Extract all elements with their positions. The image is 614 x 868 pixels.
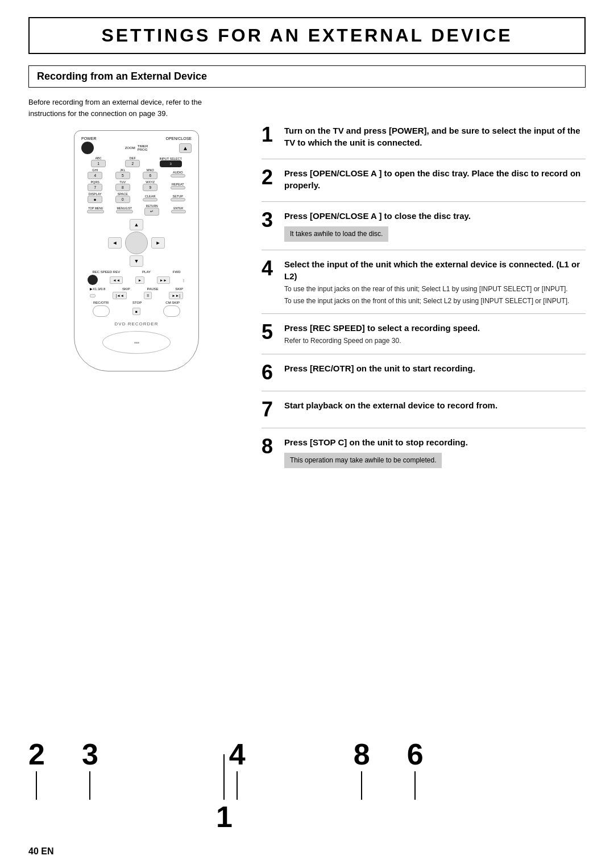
btn-8[interactable]: 8 [115, 184, 130, 191]
step-2-number: 2 [262, 167, 277, 193]
skip-label-row: ▶X1.3/0.8 SKIP PAUSE SKIP [81, 287, 192, 291]
pause-button[interactable]: II [144, 292, 152, 299]
step-5-text: Press [REC SPEED] to select a recording … [284, 322, 586, 334]
rev-button[interactable]: ◄◄ [110, 276, 123, 284]
callout-8-line [361, 771, 362, 800]
openclose-label: OPEN/CLOSE [165, 137, 192, 140]
skip-fwd-button[interactable]: ►►| [169, 292, 183, 299]
remote-bottom-oval [102, 331, 171, 354]
display-button[interactable]: ■ [88, 196, 102, 203]
step-8-notebox: This operation may take awhile to be com… [284, 453, 442, 468]
rec-speed-label: REC SPEED REV [92, 270, 120, 274]
nav-center-button[interactable] [125, 232, 148, 254]
step-2-text: Press [OPEN/CLOSE A ] to open the disc t… [284, 167, 586, 191]
nav-left-button[interactable]: ◄ [108, 237, 122, 249]
step-1-number: 1 [262, 125, 277, 151]
display-label: DISPLAY [88, 192, 102, 196]
step-3: 3 Press [OPEN/CLOSE A ] to close the dis… [262, 210, 586, 250]
recotr-label: REC/OTR [93, 301, 109, 304]
power-label: POWER [81, 137, 96, 140]
recotr-label-row: REC/OTR STOP CM SKIP [81, 301, 192, 304]
step-2-content: Press [OPEN/CLOSE A ] to open the disc t… [284, 167, 586, 193]
step-7: 7 Start playback on the external device … [262, 399, 586, 428]
fwd-label: FWD [173, 270, 181, 274]
remote-top-labels: POWER OPEN/CLOSE [81, 137, 192, 140]
step-6: 6 Press [REC/OTR] on the unit to start r… [262, 362, 586, 391]
btn-6[interactable]: 6 [143, 172, 157, 179]
step-3-notebox: It takes awhile to load the disc. [284, 226, 388, 242]
callout-3-num: 3 [82, 737, 98, 771]
callout-1-num: 1 [216, 800, 233, 834]
dots-right: ⋮ [182, 278, 185, 282]
intro-text: Before recording from an external device… [28, 97, 233, 119]
step-6-content: Press [REC/OTR] on the unit to start rec… [284, 362, 586, 383]
step-8-content: Press [STOP C] on the unit to stop recor… [284, 436, 586, 468]
section-header: Recording from an External Device [28, 65, 586, 88]
timer-label: TIMERPROG [138, 144, 148, 151]
nav-down-button[interactable]: ▼ [130, 255, 143, 267]
recotr-button[interactable] [93, 305, 110, 317]
topmenu-button[interactable] [87, 210, 104, 213]
repeat-button[interactable] [171, 186, 185, 189]
btn-9[interactable]: 9 [143, 184, 157, 191]
btn-4[interactable]: 4 [88, 172, 102, 179]
input-select-button[interactable]: 3 [160, 160, 182, 167]
space-label: SPACE [115, 192, 130, 196]
step-1-text: Turn on the TV and press [POWER], and be… [284, 125, 586, 148]
callout-1-line [223, 754, 225, 800]
step-4-note2: To use the input jacks on the front of t… [284, 296, 586, 306]
recotr-row: ■ [81, 305, 192, 317]
callout-2: 2 [28, 737, 45, 800]
playback-label-row: REC SPEED REV PLAY FWD [81, 270, 192, 274]
rec-speed-button[interactable] [88, 275, 98, 285]
skip-back-button[interactable]: |◄◄ [113, 292, 127, 299]
page-footer: 40 EN [28, 846, 53, 857]
setup-button[interactable] [171, 198, 185, 201]
step-3-content: Press [OPEN/CLOSE A ] to close the disc … [284, 210, 586, 242]
remote-control: POWER OPEN/CLOSE ZOOM TIMERPROG ▲ [74, 130, 199, 371]
skip-back-label: SKIP [122, 287, 130, 291]
input-select-label: INPUT SELECT [160, 157, 182, 160]
step-5-content: Press [REC SPEED] to select a recording … [284, 322, 586, 346]
power-openclose-row: ZOOM TIMERPROG ▲ [81, 142, 192, 154]
callout-3: 3 [82, 737, 98, 800]
space-button[interactable]: 0 [115, 196, 130, 203]
nav-up-button[interactable]: ▲ [130, 219, 143, 230]
cmskip-button[interactable] [163, 305, 180, 317]
audio-label: AUDIO [171, 171, 185, 174]
callout-4-line [237, 771, 238, 800]
btn-7[interactable]: 7 [88, 184, 102, 191]
btn-1[interactable]: 1 [91, 160, 106, 167]
step-3-text: Press [OPEN/CLOSE A ] to close the disc … [284, 210, 586, 222]
audio-button[interactable] [171, 174, 185, 177]
menulist-button[interactable] [116, 210, 133, 213]
callout-6-line [414, 771, 416, 800]
spacer [135, 737, 192, 800]
repeat-label: REPEAT [171, 183, 185, 186]
callout-2-num: 2 [28, 737, 45, 771]
clear-button[interactable] [143, 198, 157, 201]
btn-5[interactable]: 5 [115, 172, 130, 179]
return-button[interactable]: ↵ [144, 208, 159, 216]
nav-mid-row: ◄ ► [108, 232, 165, 254]
spacer2 [283, 737, 317, 800]
main-layout: POWER OPEN/CLOSE ZOOM TIMERPROG ▲ [28, 125, 586, 484]
pqrs-row: PQRS 7 TUV 8 WXYZ 9 REPEAT [81, 180, 192, 191]
stop-button[interactable]: ■ [132, 308, 140, 315]
power-button[interactable] [81, 142, 94, 154]
skip-row: |◄◄ II ►►| [81, 292, 192, 299]
btn-2[interactable]: 2 [125, 160, 140, 167]
fwd-button[interactable]: ►► [157, 276, 170, 284]
step-8-number: 8 [262, 436, 277, 468]
enter-button[interactable] [171, 210, 186, 213]
step-1: 1 Turn on the TV and press [POWER], and … [262, 125, 586, 159]
openclose-button[interactable]: ▲ [179, 143, 192, 153]
pause-label: PAUSE [147, 287, 159, 291]
zoom-label: ZOOM [125, 146, 135, 150]
x130-button[interactable] [90, 294, 96, 297]
setup-label: SETUP [171, 195, 185, 198]
abc-def-row: ABC 1 DEF 2 INPUT SELECT 3 [81, 156, 192, 167]
nav-right-button[interactable]: ► [151, 237, 165, 249]
play-button[interactable]: ► [135, 276, 144, 284]
callout-2-line [36, 771, 37, 800]
